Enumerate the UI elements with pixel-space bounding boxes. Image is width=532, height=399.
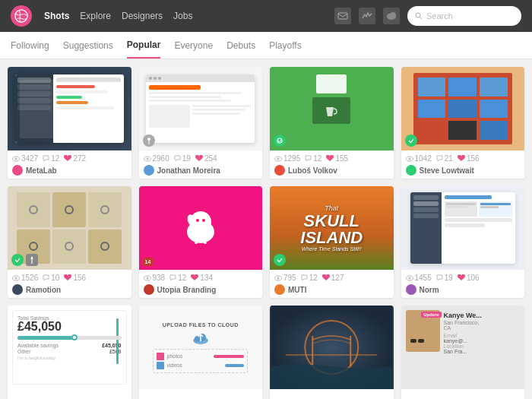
comment-icon [436, 274, 443, 281]
shots-grid: 3427 12 272 MetaLab [0, 59, 532, 399]
search-icon [415, 12, 423, 20]
eye-icon [144, 156, 151, 162]
eye-icon [144, 275, 151, 281]
card-savings[interactable]: Total Savings £45,050 Available savings … [8, 306, 131, 399]
eye-icon [406, 275, 413, 281]
kanye-state: CA [444, 325, 521, 331]
card-steve[interactable]: 1042 21 156 Steve Lowtwait [401, 67, 525, 179]
svg-point-11 [146, 157, 148, 160]
nav-links: Shots Explore Designers Jobs [44, 11, 192, 21]
card-metalab[interactable]: 3427 12 272 MetaLab [8, 67, 131, 179]
subnav: Following Suggestions Popular Everyone D… [0, 32, 532, 59]
cloud-upload-icon [192, 332, 210, 344]
notifications-icon[interactable] [334, 8, 351, 24]
card-kanye[interactable]: Update Kanye We... San Francisco, CA Ema… [401, 306, 525, 399]
subnav-popular[interactable]: Popular [127, 32, 161, 59]
svg-point-28 [277, 277, 280, 279]
subnav-debuts[interactable]: Debuts [226, 32, 255, 59]
eye-icon [12, 275, 20, 281]
nav-shots[interactable]: Shots [44, 11, 69, 21]
svg-point-5 [416, 13, 420, 17]
dribbble-logo [11, 5, 32, 27]
svg-point-4 [390, 12, 396, 18]
author-name-norm: Norm [420, 286, 439, 294]
author-avatar-utopia [144, 284, 154, 295]
comment-icon [305, 155, 312, 162]
upload-videos: videos [166, 363, 182, 368]
activity-icon[interactable] [359, 8, 375, 24]
card-ramotion[interactable]: 1526 10 156 Ramotion [8, 186, 131, 298]
kanye-location: San Fra... [444, 349, 521, 354]
heart-icon [458, 155, 465, 162]
author-name-metalab: MetaLab [26, 166, 57, 175]
kanye-city: San Francisco, [444, 320, 521, 325]
card-jonathan[interactable]: 2960 19 254 Jonathan Moreira [139, 67, 263, 179]
comment-icon [301, 274, 308, 281]
kanye-email-label: Email [444, 333, 521, 338]
svg-point-30 [408, 277, 410, 279]
savings-sub1: Available savings [17, 343, 59, 348]
author-name-ramotion: Ramotion [26, 286, 61, 294]
nav-jobs[interactable]: Jobs [173, 11, 192, 21]
upload-photos: photos [166, 353, 182, 359]
coffee-icon [324, 103, 339, 119]
cloud-icon[interactable] [383, 8, 400, 24]
kanye-email: kanye@... [444, 338, 521, 344]
heart-icon [458, 274, 465, 281]
author-name-utopia: Utopia Branding [157, 286, 217, 294]
search-box[interactable]: Search [407, 6, 521, 26]
pin-icon [143, 135, 155, 147]
card-muti[interactable]: That SKULLISLAND Where Time Stands Still… [270, 186, 394, 298]
nav-designers[interactable]: Designers [122, 11, 163, 21]
heart-icon [326, 155, 334, 162]
savings-helper: I'm a helpful tooltip [17, 356, 122, 360]
savings-amount: £45,050 [17, 321, 62, 333]
svg-rect-1 [338, 13, 347, 19]
card-utopia[interactable]: 14 938 12 134 Utopia Branding [139, 186, 263, 298]
eye-icon [274, 275, 282, 281]
badge-steve [405, 135, 417, 147]
subnav-following[interactable]: Following [11, 32, 49, 59]
comment-icon [174, 155, 181, 162]
svg-point-24 [202, 219, 205, 222]
subnav-playoffs[interactable]: Playoffs [269, 32, 301, 59]
svg-line-6 [420, 17, 423, 20]
card-golden-gate[interactable] [270, 306, 394, 399]
author-avatar-steve [406, 165, 416, 176]
badge-14: 14 [143, 258, 154, 266]
eye-icon [406, 156, 413, 162]
heart-icon [64, 155, 71, 162]
comment-icon [169, 274, 176, 281]
author-avatar-norm [406, 284, 416, 295]
card-upload[interactable]: UPLOAD FILES TO CLOUD photos videos [139, 306, 263, 399]
search-placeholder: Search [426, 11, 453, 21]
author-avatar-ramotion [12, 284, 23, 295]
card-norm[interactable]: 1455 19 106 Norm [401, 186, 525, 298]
eye-icon [274, 156, 282, 162]
comment-icon [43, 155, 49, 162]
eye-icon [12, 156, 20, 162]
svg-point-0 [15, 10, 27, 22]
card-lubos[interactable]: 1295 12 155 Luboš Volkov [270, 67, 394, 179]
author-avatar-lubos [274, 165, 285, 176]
svg-point-12 [277, 138, 282, 143]
svg-point-26 [146, 277, 148, 279]
badge-muti [274, 254, 286, 266]
heart-icon [64, 274, 71, 281]
upload-label: UPLOAD FILES TO CLOUD [163, 322, 239, 328]
savings-other: Other [17, 349, 31, 354]
update-badge: Update [421, 312, 441, 318]
subnav-suggestions[interactable]: Suggestions [63, 32, 113, 59]
kanye-location-label: Location [444, 344, 521, 349]
author-name-lubos: Luboš Volkov [288, 166, 337, 175]
savings-other-val: £508 [109, 349, 122, 354]
logo-area [11, 5, 32, 27]
golden-gate-svg [270, 306, 394, 389]
svg-point-23 [196, 219, 199, 222]
nav-explore[interactable]: Explore [80, 11, 111, 21]
author-avatar-muti [274, 284, 285, 295]
badge-ramotion [11, 254, 24, 266]
subnav-everyone[interactable]: Everyone [174, 32, 213, 59]
author-avatar-metalab [12, 165, 23, 176]
comment-icon [43, 274, 49, 281]
